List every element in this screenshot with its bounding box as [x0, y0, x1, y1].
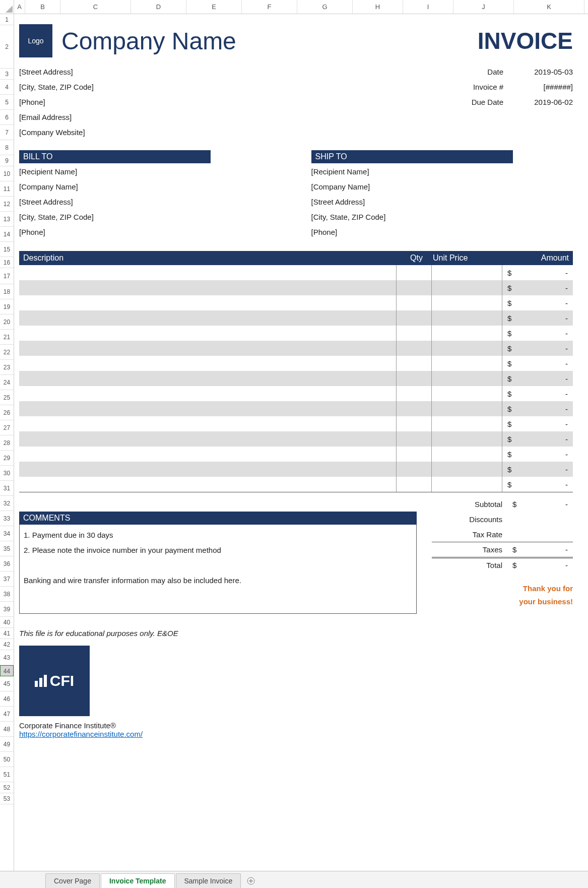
- row-header-15[interactable]: 15: [0, 242, 14, 257]
- row-header-28[interactable]: 28: [0, 435, 14, 451]
- cell-qty[interactable]: [397, 265, 432, 280]
- row-header-42[interactable]: 42: [0, 639, 14, 650]
- sheet-tab[interactable]: Invoice Template: [101, 873, 175, 888]
- line-item-row[interactable]: $-: [19, 265, 573, 280]
- cell-qty[interactable]: [397, 447, 432, 462]
- row-header-33[interactable]: 33: [0, 511, 14, 526]
- row-header-46[interactable]: 46: [0, 691, 14, 707]
- cell-unit-price[interactable]: [432, 416, 502, 431]
- row-header-24[interactable]: 24: [0, 375, 14, 390]
- line-item-row[interactable]: $-: [19, 447, 573, 462]
- cell-amount[interactable]: $-: [502, 329, 573, 338]
- cell-amount[interactable]: $-: [502, 344, 573, 353]
- line-item-row[interactable]: $-: [19, 462, 573, 477]
- cell-qty[interactable]: [397, 341, 432, 356]
- cell-description[interactable]: [19, 341, 397, 356]
- cell-qty[interactable]: [397, 295, 432, 310]
- cell-qty[interactable]: [397, 386, 432, 401]
- row-header-25[interactable]: 25: [0, 390, 14, 405]
- row-header-34[interactable]: 34: [0, 526, 14, 541]
- cell-qty[interactable]: [397, 310, 432, 326]
- cell-unit-price[interactable]: [432, 265, 502, 280]
- row-header-31[interactable]: 31: [0, 481, 14, 496]
- row-header-11[interactable]: 11: [0, 181, 14, 197]
- column-header-G[interactable]: G: [297, 0, 353, 14]
- line-item-row[interactable]: $-: [19, 477, 573, 492]
- row-header-36[interactable]: 36: [0, 556, 14, 572]
- sheet-tab[interactable]: Sample Invoice: [176, 873, 241, 888]
- row-header-32[interactable]: 32: [0, 496, 14, 511]
- row-header-53[interactable]: 53: [0, 793, 14, 804]
- row-header-50[interactable]: 50: [0, 752, 14, 767]
- row-header-52[interactable]: 52: [0, 782, 14, 793]
- row-header-21[interactable]: 21: [0, 330, 14, 345]
- spreadsheet-body[interactable]: Logo Company Name INVOICE [Street Addres…: [14, 14, 588, 871]
- line-item-row[interactable]: $-: [19, 356, 573, 371]
- row-header-22[interactable]: 22: [0, 345, 14, 360]
- column-header-E[interactable]: E: [186, 0, 242, 14]
- cell-description[interactable]: [19, 386, 397, 401]
- cell-description[interactable]: [19, 431, 397, 447]
- row-header-39[interactable]: 39: [0, 602, 14, 617]
- cell-amount[interactable]: $-: [502, 465, 573, 474]
- cell-unit-price[interactable]: [432, 280, 502, 295]
- cell-description[interactable]: [19, 462, 397, 477]
- line-item-row[interactable]: $-: [19, 310, 573, 326]
- cell-unit-price[interactable]: [432, 462, 502, 477]
- cell-qty[interactable]: [397, 280, 432, 295]
- add-sheet-button[interactable]: [242, 873, 260, 888]
- row-header-29[interactable]: 29: [0, 451, 14, 466]
- line-item-row[interactable]: $-: [19, 280, 573, 295]
- cell-unit-price[interactable]: [432, 447, 502, 462]
- row-header-26[interactable]: 26: [0, 405, 14, 420]
- column-header-A[interactable]: A: [14, 0, 25, 14]
- row-header-3[interactable]: 3: [0, 69, 14, 80]
- cell-amount[interactable]: $-: [502, 359, 573, 368]
- cell-description[interactable]: [19, 401, 397, 416]
- cell-qty[interactable]: [397, 477, 432, 492]
- cell-qty[interactable]: [397, 416, 432, 431]
- column-header-D[interactable]: D: [131, 0, 186, 14]
- row-header-49[interactable]: 49: [0, 737, 14, 752]
- cell-description[interactable]: [19, 280, 397, 295]
- cell-amount[interactable]: $-: [502, 374, 573, 383]
- cell-description[interactable]: [19, 447, 397, 462]
- cell-amount[interactable]: $-: [502, 390, 573, 398]
- cell-qty[interactable]: [397, 431, 432, 447]
- cell-amount[interactable]: $-: [502, 450, 573, 459]
- row-header-37[interactable]: 37: [0, 572, 14, 587]
- cell-description[interactable]: [19, 295, 397, 310]
- row-header-23[interactable]: 23: [0, 360, 14, 375]
- row-header-10[interactable]: 10: [0, 166, 14, 181]
- column-header-H[interactable]: H: [353, 0, 403, 14]
- cell-description[interactable]: [19, 477, 397, 492]
- row-header-5[interactable]: 5: [0, 95, 14, 110]
- line-item-row[interactable]: $-: [19, 295, 573, 310]
- row-header-27[interactable]: 27: [0, 420, 14, 435]
- cell-amount[interactable]: $-: [502, 435, 573, 443]
- cell-description[interactable]: [19, 371, 397, 386]
- select-all-corner[interactable]: [0, 0, 14, 14]
- row-header-41[interactable]: 41: [0, 628, 14, 639]
- row-header-6[interactable]: 6: [0, 110, 14, 125]
- row-header-35[interactable]: 35: [0, 541, 14, 556]
- cell-unit-price[interactable]: [432, 326, 502, 341]
- row-header-1[interactable]: 1: [0, 14, 14, 25]
- sheet-tab[interactable]: Cover Page: [45, 873, 100, 888]
- row-header-30[interactable]: 30: [0, 466, 14, 481]
- row-header-8[interactable]: 8: [0, 140, 14, 155]
- cell-qty[interactable]: [397, 356, 432, 371]
- cell-unit-price[interactable]: [432, 371, 502, 386]
- line-item-row[interactable]: $-: [19, 416, 573, 431]
- column-header-F[interactable]: F: [242, 0, 297, 14]
- cell-qty[interactable]: [397, 326, 432, 341]
- cell-description[interactable]: [19, 265, 397, 280]
- row-header-12[interactable]: 12: [0, 197, 14, 212]
- row-header-4[interactable]: 4: [0, 80, 14, 95]
- row-header-48[interactable]: 48: [0, 722, 14, 737]
- column-header-K[interactable]: K: [514, 0, 584, 14]
- cell-unit-price[interactable]: [432, 341, 502, 356]
- line-item-row[interactable]: $-: [19, 326, 573, 341]
- cell-amount[interactable]: $-: [502, 314, 573, 323]
- cell-qty[interactable]: [397, 462, 432, 477]
